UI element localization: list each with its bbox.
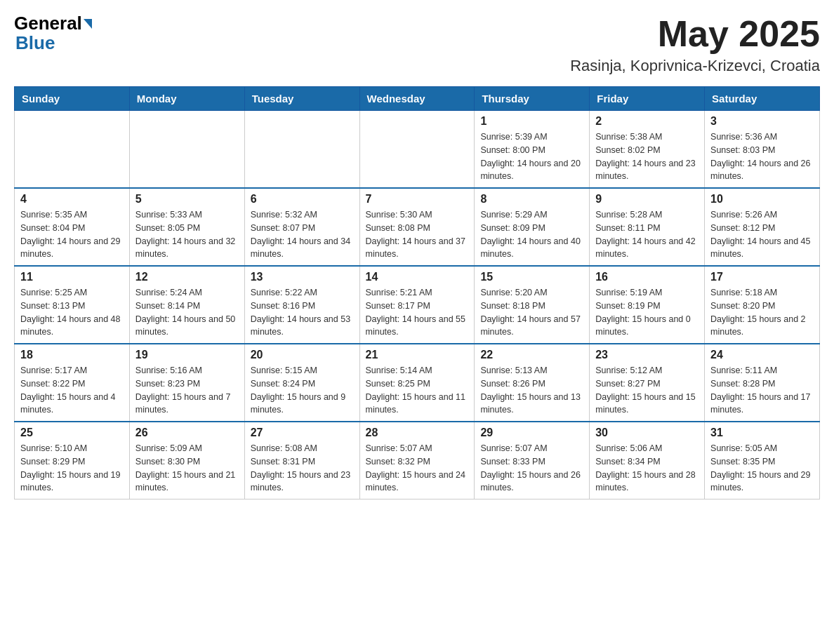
table-row: [15, 111, 130, 189]
day-info: Sunrise: 5:10 AMSunset: 8:29 PMDaylight:…: [20, 442, 124, 495]
table-row: 8Sunrise: 5:29 AMSunset: 8:09 PMDaylight…: [475, 188, 590, 266]
table-row: 12Sunrise: 5:24 AMSunset: 8:14 PMDayligh…: [129, 266, 244, 344]
table-row: 28Sunrise: 5:07 AMSunset: 8:32 PMDayligh…: [359, 422, 475, 499]
table-row: 26Sunrise: 5:09 AMSunset: 8:30 PMDayligh…: [129, 422, 244, 499]
table-row: 7Sunrise: 5:30 AMSunset: 8:08 PMDaylight…: [359, 188, 475, 266]
day-info: Sunrise: 5:29 AMSunset: 8:09 PMDaylight:…: [480, 208, 583, 261]
col-thursday: Thursday: [475, 87, 590, 111]
day-info: Sunrise: 5:13 AMSunset: 8:26 PMDaylight:…: [480, 364, 583, 417]
day-info: Sunrise: 5:25 AMSunset: 8:13 PMDaylight:…: [20, 286, 124, 339]
table-row: 25Sunrise: 5:10 AMSunset: 8:29 PMDayligh…: [15, 422, 130, 499]
day-info: Sunrise: 5:16 AMSunset: 8:23 PMDaylight:…: [135, 364, 239, 417]
col-wednesday: Wednesday: [359, 87, 475, 111]
calendar-week-row: 25Sunrise: 5:10 AMSunset: 8:29 PMDayligh…: [15, 422, 820, 499]
day-number: 31: [710, 427, 814, 439]
table-row: 22Sunrise: 5:13 AMSunset: 8:26 PMDayligh…: [475, 344, 590, 422]
day-info: Sunrise: 5:06 AMSunset: 8:34 PMDaylight:…: [595, 442, 699, 495]
day-number: 29: [480, 427, 583, 439]
day-number: 27: [251, 427, 354, 439]
table-row: 10Sunrise: 5:26 AMSunset: 8:12 PMDayligh…: [705, 188, 820, 266]
day-number: 4: [20, 193, 124, 206]
day-number: 3: [710, 115, 814, 128]
day-number: 13: [251, 271, 354, 283]
day-number: 10: [710, 193, 814, 206]
col-saturday: Saturday: [705, 87, 820, 111]
table-row: 24Sunrise: 5:11 AMSunset: 8:28 PMDayligh…: [705, 344, 820, 422]
day-number: 8: [480, 193, 583, 206]
table-row: 4Sunrise: 5:35 AMSunset: 8:04 PMDaylight…: [15, 188, 130, 266]
day-number: 1: [480, 115, 583, 128]
day-info: Sunrise: 5:32 AMSunset: 8:07 PMDaylight:…: [251, 208, 354, 261]
day-info: Sunrise: 5:17 AMSunset: 8:22 PMDaylight:…: [20, 364, 124, 417]
day-number: 21: [366, 349, 469, 361]
day-info: Sunrise: 5:28 AMSunset: 8:11 PMDaylight:…: [595, 208, 699, 261]
table-row: 13Sunrise: 5:22 AMSunset: 8:16 PMDayligh…: [244, 266, 359, 344]
day-number: 24: [710, 349, 814, 361]
day-number: 14: [366, 271, 469, 283]
day-info: Sunrise: 5:38 AMSunset: 8:02 PMDaylight:…: [595, 130, 699, 183]
table-row: 31Sunrise: 5:05 AMSunset: 8:35 PMDayligh…: [705, 422, 820, 499]
day-info: Sunrise: 5:09 AMSunset: 8:30 PMDaylight:…: [135, 442, 239, 495]
day-info: Sunrise: 5:14 AMSunset: 8:25 PMDaylight:…: [366, 364, 469, 417]
table-row: 30Sunrise: 5:06 AMSunset: 8:34 PMDayligh…: [590, 422, 705, 499]
table-row: [359, 111, 475, 189]
day-info: Sunrise: 5:21 AMSunset: 8:17 PMDaylight:…: [366, 286, 469, 339]
table-row: 27Sunrise: 5:08 AMSunset: 8:31 PMDayligh…: [244, 422, 359, 499]
table-row: [244, 111, 359, 189]
table-row: [129, 111, 244, 189]
day-info: Sunrise: 5:08 AMSunset: 8:31 PMDaylight:…: [251, 442, 354, 495]
day-info: Sunrise: 5:12 AMSunset: 8:27 PMDaylight:…: [595, 364, 699, 417]
day-number: 18: [20, 349, 124, 361]
table-row: 2Sunrise: 5:38 AMSunset: 8:02 PMDaylight…: [590, 111, 705, 189]
day-number: 23: [595, 349, 699, 361]
day-number: 12: [135, 271, 239, 283]
calendar-week-row: 11Sunrise: 5:25 AMSunset: 8:13 PMDayligh…: [15, 266, 820, 344]
table-row: 23Sunrise: 5:12 AMSunset: 8:27 PMDayligh…: [590, 344, 705, 422]
day-info: Sunrise: 5:22 AMSunset: 8:16 PMDaylight:…: [251, 286, 354, 339]
day-info: Sunrise: 5:36 AMSunset: 8:03 PMDaylight:…: [710, 130, 814, 183]
calendar-week-row: 1Sunrise: 5:39 AMSunset: 8:00 PMDaylight…: [15, 111, 820, 189]
table-row: 1Sunrise: 5:39 AMSunset: 8:00 PMDaylight…: [475, 111, 590, 189]
col-sunday: Sunday: [15, 87, 130, 111]
table-row: 19Sunrise: 5:16 AMSunset: 8:23 PMDayligh…: [129, 344, 244, 422]
logo-blue-text: Blue: [15, 32, 55, 54]
day-info: Sunrise: 5:07 AMSunset: 8:33 PMDaylight:…: [480, 442, 583, 495]
calendar-week-row: 4Sunrise: 5:35 AMSunset: 8:04 PMDaylight…: [15, 188, 820, 266]
table-row: 11Sunrise: 5:25 AMSunset: 8:13 PMDayligh…: [15, 266, 130, 344]
title-section: May 2025 Rasinja, Koprivnica-Krizevci, C…: [570, 14, 820, 75]
month-title: May 2025: [570, 14, 820, 54]
table-row: 17Sunrise: 5:18 AMSunset: 8:20 PMDayligh…: [705, 266, 820, 344]
table-row: 29Sunrise: 5:07 AMSunset: 8:33 PMDayligh…: [475, 422, 590, 499]
day-number: 20: [251, 349, 354, 361]
table-row: 20Sunrise: 5:15 AMSunset: 8:24 PMDayligh…: [244, 344, 359, 422]
day-number: 28: [366, 427, 469, 439]
day-number: 6: [251, 193, 354, 206]
day-number: 11: [20, 271, 124, 283]
day-info: Sunrise: 5:33 AMSunset: 8:05 PMDaylight:…: [135, 208, 239, 261]
day-info: Sunrise: 5:05 AMSunset: 8:35 PMDaylight:…: [710, 442, 814, 495]
day-number: 17: [710, 271, 814, 283]
day-info: Sunrise: 5:24 AMSunset: 8:14 PMDaylight:…: [135, 286, 239, 339]
table-row: 21Sunrise: 5:14 AMSunset: 8:25 PMDayligh…: [359, 344, 475, 422]
day-number: 22: [480, 349, 583, 361]
table-row: 18Sunrise: 5:17 AMSunset: 8:22 PMDayligh…: [15, 344, 130, 422]
day-number: 25: [20, 427, 124, 439]
day-info: Sunrise: 5:07 AMSunset: 8:32 PMDaylight:…: [366, 442, 469, 495]
calendar-table: Sunday Monday Tuesday Wednesday Thursday…: [14, 86, 820, 499]
day-number: 16: [595, 271, 699, 283]
col-friday: Friday: [590, 87, 705, 111]
day-info: Sunrise: 5:26 AMSunset: 8:12 PMDaylight:…: [710, 208, 814, 261]
day-number: 2: [595, 115, 699, 128]
day-info: Sunrise: 5:11 AMSunset: 8:28 PMDaylight:…: [710, 364, 814, 417]
day-number: 26: [135, 427, 239, 439]
table-row: 16Sunrise: 5:19 AMSunset: 8:19 PMDayligh…: [590, 266, 705, 344]
logo-general-text: General: [14, 14, 82, 32]
table-row: 15Sunrise: 5:20 AMSunset: 8:18 PMDayligh…: [475, 266, 590, 344]
col-monday: Monday: [129, 87, 244, 111]
calendar-week-row: 18Sunrise: 5:17 AMSunset: 8:22 PMDayligh…: [15, 344, 820, 422]
day-info: Sunrise: 5:20 AMSunset: 8:18 PMDaylight:…: [480, 286, 583, 339]
day-number: 15: [480, 271, 583, 283]
table-row: 9Sunrise: 5:28 AMSunset: 8:11 PMDaylight…: [590, 188, 705, 266]
day-number: 9: [595, 193, 699, 206]
day-info: Sunrise: 5:30 AMSunset: 8:08 PMDaylight:…: [366, 208, 469, 261]
